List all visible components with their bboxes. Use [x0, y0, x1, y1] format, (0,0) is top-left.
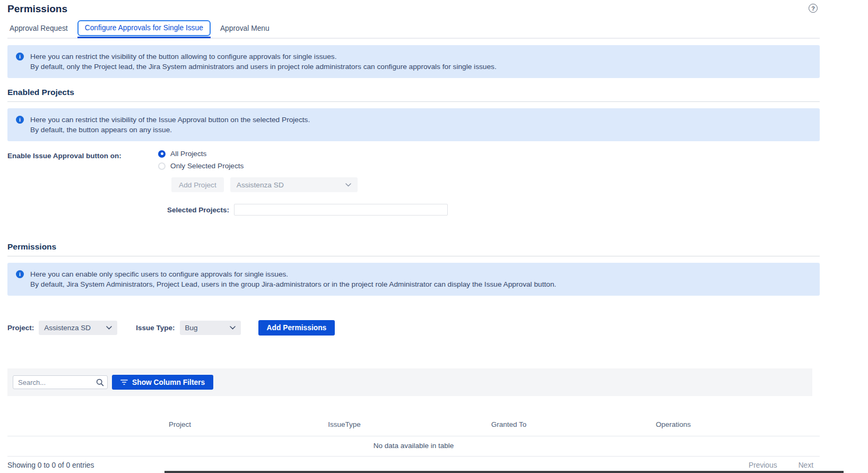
- permissions-controls-row: Project: Assistenza SD Issue Type: Bug A…: [7, 320, 820, 336]
- tab-approval-menu[interactable]: Approval Menu: [219, 21, 271, 37]
- page-header: Permissions ?: [7, 2, 820, 16]
- show-column-filters-label: Show Column Filters: [132, 379, 205, 386]
- intro-info-line1: Here you can restrict the visibility of …: [30, 51, 497, 62]
- enable-button-field: Enable Issue Approval button on: All Pro…: [7, 150, 820, 174]
- intro-info-line2: By default, only the Project lead, the J…: [30, 62, 497, 72]
- radio-all-projects[interactable]: All Projects: [158, 150, 244, 158]
- radio-checked-icon[interactable]: [158, 150, 166, 158]
- project-label: Project:: [7, 324, 34, 332]
- enabled-projects-info-text: Here you can restrict the visibility of …: [30, 115, 310, 135]
- intro-info-box: i Here you can restrict the visibility o…: [7, 45, 820, 78]
- radio-all-projects-label: All Projects: [170, 150, 206, 158]
- radio-only-selected-projects-label: Only Selected Projects: [170, 162, 244, 170]
- projects-radio-group: All Projects Only Selected Projects: [158, 150, 244, 174]
- info-icon: i: [16, 270, 24, 278]
- enabled-projects-info-line2: By default, the button appears on any is…: [30, 125, 310, 135]
- enable-button-label: Enable Issue Approval button on:: [7, 150, 158, 174]
- column-header-granted-to[interactable]: Granted To: [427, 414, 591, 436]
- next-page-button[interactable]: Next: [798, 461, 813, 469]
- add-project-button[interactable]: Add Project: [171, 177, 224, 192]
- radio-only-selected-projects[interactable]: Only Selected Projects: [158, 162, 244, 170]
- entries-summary: Showing 0 to 0 of 0 entries: [7, 461, 94, 469]
- permissions-heading: Permissions: [7, 242, 820, 256]
- page: Permissions ? Approval Request Configure…: [0, 0, 820, 469]
- spacer-column: [7, 414, 98, 436]
- permissions-table: Project IssueType Granted To Operations …: [7, 414, 820, 457]
- info-icon: i: [16, 53, 24, 61]
- filter-icon: [120, 379, 128, 385]
- permissions-info-line1: Here you can enable only specific users …: [30, 269, 556, 279]
- enabled-projects-info-line1: Here you can restrict the visibility of …: [30, 115, 310, 125]
- column-header-project[interactable]: Project: [98, 414, 262, 436]
- chevron-down-icon: [345, 183, 351, 187]
- chevron-down-icon: [106, 326, 112, 330]
- project-select-disabled-value: Assistenza SD: [237, 181, 284, 189]
- project-select[interactable]: Assistenza SD: [39, 321, 117, 335]
- chevron-down-icon: [230, 326, 236, 330]
- table-header-row: Project IssueType Granted To Operations: [7, 414, 820, 436]
- issue-type-select[interactable]: Bug: [180, 321, 241, 335]
- permissions-info-text: Here you can enable only specific users …: [30, 269, 556, 289]
- horizontal-scrollbar-thumb[interactable]: [164, 471, 844, 473]
- enabled-projects-info-box: i Here you can restrict the visibility o…: [7, 108, 820, 141]
- selected-projects-input[interactable]: [234, 204, 448, 216]
- column-header-operations[interactable]: Operations: [591, 414, 756, 436]
- tab-bar: Approval Request Configure Approvals for…: [7, 20, 820, 39]
- spacer-column: [756, 414, 820, 436]
- project-select-disabled[interactable]: Assistenza SD: [230, 177, 358, 192]
- add-permissions-button[interactable]: Add Permissions: [258, 320, 335, 336]
- tab-configure-approvals-single-issue[interactable]: Configure Approvals for Single Issue: [77, 20, 211, 36]
- table-toolbar: Show Column Filters: [7, 368, 812, 396]
- empty-table-message: No data available in table: [7, 436, 820, 457]
- permissions-info-line2: By default, Jira System Administrators, …: [30, 279, 556, 289]
- selected-projects-row: Selected Projects:: [167, 204, 820, 216]
- info-icon: i: [16, 116, 24, 124]
- project-select-value: Assistenza SD: [44, 324, 91, 332]
- issue-type-label: Issue Type:: [136, 324, 175, 332]
- selected-projects-label: Selected Projects:: [167, 206, 229, 214]
- radio-unchecked-icon[interactable]: [158, 162, 166, 170]
- tab-approval-request[interactable]: Approval Request: [8, 21, 69, 37]
- table-empty-row: No data available in table: [7, 436, 820, 457]
- table-footer: Showing 0 to 0 of 0 entries Previous Nex…: [7, 461, 820, 469]
- show-column-filters-button[interactable]: Show Column Filters: [112, 375, 213, 390]
- issue-type-select-value: Bug: [185, 324, 198, 332]
- column-header-issuetype[interactable]: IssueType: [262, 414, 427, 436]
- help-icon[interactable]: ?: [809, 4, 818, 13]
- search-input[interactable]: [13, 375, 108, 389]
- pagination: Previous Next: [749, 461, 820, 469]
- search-field: [13, 375, 108, 389]
- previous-page-button[interactable]: Previous: [749, 461, 777, 469]
- page-title: Permissions: [7, 2, 67, 16]
- add-project-row: Add Project Assistenza SD: [171, 177, 820, 192]
- intro-info-text: Here you can restrict the visibility of …: [30, 51, 497, 72]
- enabled-projects-heading: Enabled Projects: [7, 88, 820, 102]
- permissions-info-box: i Here you can enable only specific user…: [7, 263, 820, 296]
